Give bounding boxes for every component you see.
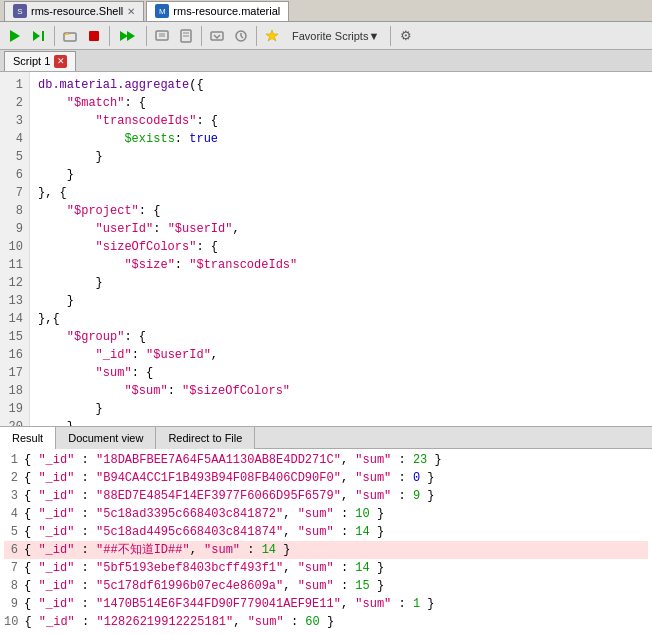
svg-marker-6 xyxy=(127,31,135,41)
sep1 xyxy=(54,26,55,46)
run-button[interactable] xyxy=(4,25,26,47)
sep3 xyxy=(146,26,147,46)
tab-shell-close[interactable]: ✕ xyxy=(127,6,135,17)
tab-result-label: Result xyxy=(12,432,43,444)
row-content: { "_id" : "5c18ad4495c668403c841874", "s… xyxy=(24,523,384,541)
row-content: { "_id" : "5c18ad3395c668403c841872", "s… xyxy=(24,505,384,523)
code-editor: 123456789101112131415161718192021 db.mat… xyxy=(0,72,652,427)
row-content: { "_id" : "5bf5193ebef8403bcff493f1", "s… xyxy=(24,559,384,577)
row-content: { "_id" : "B94CA4CC1F1B493B94F08FB406CD9… xyxy=(24,469,435,487)
sep4 xyxy=(201,26,202,46)
line-numbers: 123456789101112131415161718192021 xyxy=(0,72,30,426)
btn6[interactable] xyxy=(175,25,197,47)
stop-button[interactable] xyxy=(83,25,105,47)
table-row: 7{ "_id" : "5bf5193ebef8403bcff493f1", "… xyxy=(4,559,648,577)
toolbar: Favorite Scripts ▼ ⚙ xyxy=(0,22,652,50)
table-row: 2{ "_id" : "B94CA4CC1F1B493B94F08FB406CD… xyxy=(4,469,648,487)
row-number: 10 xyxy=(4,613,24,631)
table-row: 4{ "_id" : "5c18ad3395c668403c841872", "… xyxy=(4,505,648,523)
row-number: 5 xyxy=(4,523,24,541)
row-number: 4 xyxy=(4,505,24,523)
row-number: 7 xyxy=(4,559,24,577)
shell-icon: S xyxy=(13,4,27,18)
results-tabs: Result Document view Redirect to File xyxy=(0,427,652,449)
row-number: 8 xyxy=(4,577,24,595)
sep2 xyxy=(109,26,110,46)
code-area[interactable]: 123456789101112131415161718192021 db.mat… xyxy=(0,72,652,426)
script-bar: Script 1 ✕ xyxy=(0,50,652,72)
table-row: 10{ "_id" : "12826219912225181", "sum" :… xyxy=(4,613,648,631)
table-row: 5{ "_id" : "5c18ad4495c668403c841874", "… xyxy=(4,523,648,541)
btn7[interactable] xyxy=(206,25,228,47)
row-content: { "_id" : "5c178df61996b07ec4e8609a", "s… xyxy=(24,577,384,595)
favorite-scripts-button[interactable]: Favorite Scripts ▼ xyxy=(285,25,386,47)
table-row: 8{ "_id" : "5c178df61996b07ec4e8609a", "… xyxy=(4,577,648,595)
tab-docview-label: Document view xyxy=(68,432,143,444)
svg-rect-4 xyxy=(89,31,99,41)
tab-result[interactable]: Result xyxy=(0,427,56,449)
open-button[interactable] xyxy=(59,25,81,47)
material-icon: M xyxy=(155,4,169,18)
sep6 xyxy=(390,26,391,46)
tab-shell-label: rms-resource.Shell xyxy=(31,5,123,17)
tab-redirect[interactable]: Redirect to File xyxy=(156,427,255,449)
fav-label: Favorite Scripts xyxy=(292,30,368,42)
tab-shell[interactable]: S rms-resource.Shell ✕ xyxy=(4,1,144,21)
sep5 xyxy=(256,26,257,46)
btn8[interactable] xyxy=(230,25,252,47)
script-tab-label: Script 1 xyxy=(13,55,50,67)
code-content[interactable]: db.material.aggregate({ "$match": { "tra… xyxy=(30,72,652,426)
table-row: 6{ "_id" : "##不知道ID##", "sum" : 14 } xyxy=(4,541,648,559)
btn5[interactable] xyxy=(151,25,173,47)
svg-line-16 xyxy=(241,36,243,38)
row-number: 1 xyxy=(4,451,24,469)
results-panel: Result Document view Redirect to File 1{… xyxy=(0,427,652,634)
fav-arrow: ▼ xyxy=(368,30,379,42)
row-number: 9 xyxy=(4,595,24,613)
row-number: 6 xyxy=(4,541,24,559)
svg-rect-2 xyxy=(42,31,44,41)
run-script-button[interactable] xyxy=(114,25,142,47)
title-bar: S rms-resource.Shell ✕ M rms-resource.ma… xyxy=(0,0,652,22)
tab-material-label: rms-resource.material xyxy=(173,5,280,17)
row-content: { "_id" : "##不知道ID##", "sum" : 14 } xyxy=(24,541,290,559)
row-content: { "_id" : "12826219912225181", "sum" : 6… xyxy=(24,613,334,631)
row-content: { "_id" : "88ED7E4854F14EF3977F6066D95F6… xyxy=(24,487,435,505)
tab-redirect-label: Redirect to File xyxy=(168,432,242,444)
svg-marker-5 xyxy=(120,31,128,41)
script-tab-close[interactable]: ✕ xyxy=(54,55,67,68)
script-tab-1[interactable]: Script 1 ✕ xyxy=(4,51,76,71)
table-row: 1{ "_id" : "18DABFBEE7A64F5AA1130AB8E4DD… xyxy=(4,451,648,469)
row-number: 3 xyxy=(4,487,24,505)
tab-material[interactable]: M rms-resource.material xyxy=(146,1,289,21)
table-row: 9{ "_id" : "1470B514E6F344FD90F779041AEF… xyxy=(4,595,648,613)
results-content[interactable]: 1{ "_id" : "18DABFBEE7A64F5AA1130AB8E4DD… xyxy=(0,449,652,634)
svg-marker-0 xyxy=(10,30,20,42)
row-content: { "_id" : "1470B514E6F344FD90F779041AEF9… xyxy=(24,595,435,613)
settings-button[interactable]: ⚙ xyxy=(395,25,417,47)
table-row: 3{ "_id" : "88ED7E4854F14EF3977F6066D95F… xyxy=(4,487,648,505)
star-button[interactable] xyxy=(261,25,283,47)
tab-docview[interactable]: Document view xyxy=(56,427,156,449)
svg-marker-1 xyxy=(33,31,40,41)
run-step-button[interactable] xyxy=(28,25,50,47)
row-content: { "_id" : "18DABFBEE7A64F5AA1130AB8E4DD2… xyxy=(24,451,442,469)
row-number: 2 xyxy=(4,469,24,487)
svg-marker-17 xyxy=(266,30,278,41)
